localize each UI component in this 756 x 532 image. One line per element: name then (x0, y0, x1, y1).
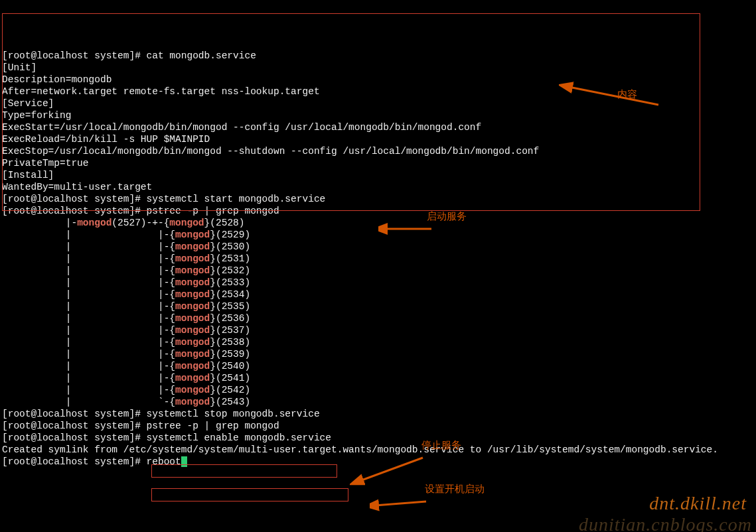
terminal-line: [Install] (2, 169, 754, 181)
terminal-line: | |-{mongod}(2534) (2, 289, 754, 300)
terminal-line: |-mongod(2527)-+-{mongod}(2528) (2, 217, 754, 229)
terminal-line: [root@localhost system]# pstree -p | gre… (2, 420, 754, 432)
terminal-line: | |-{mongod}(2535) (2, 300, 754, 312)
cursor (181, 456, 187, 467)
terminal-line: [root@localhost system]# systemctl stop … (2, 408, 754, 420)
terminal-line: | |-{mongod}(2529) (2, 229, 754, 241)
terminal-line: [root@localhost system]# systemctl enabl… (2, 432, 754, 444)
terminal-line: [root@localhost system]# cat mongodb.ser… (2, 50, 754, 62)
terminal-line: | |-{mongod}(2531) (2, 253, 754, 265)
watermark-cnblogs: dunitian.cnblogs.com (579, 519, 752, 531)
terminal-line: | |-{mongod}(2539) (2, 348, 754, 360)
terminal-line: | `-{mongod}(2543) (2, 396, 754, 408)
terminal-line: Description=mongodb (2, 74, 754, 86)
terminal-line: WantedBy=multi-user.target (2, 181, 754, 193)
terminal-output: [root@localhost system]# cat mongodb.ser… (2, 50, 754, 468)
terminal-line: ExecStart=/usr/local/mongodb/bin/mongod … (2, 121, 754, 133)
terminal-line: [root@localhost system]# reboot (2, 456, 754, 468)
arrow-enable: 设置开机启动 (358, 482, 502, 529)
terminal-line: [root@localhost system]# systemctl start… (2, 193, 754, 205)
terminal-line: PrivateTmp=true (2, 157, 754, 169)
terminal-line: ExecReload=/bin/kill -s HUP $MAINPID (2, 133, 754, 145)
terminal-line: | |-{mongod}(2533) (2, 277, 754, 289)
terminal-line: [root@localhost system]# pstree -p | gre… (2, 205, 754, 217)
terminal-line: | |-{mongod}(2537) (2, 324, 754, 336)
terminal-line: After=network.target remote-fs.target ns… (2, 86, 754, 98)
terminal-line: | |-{mongod}(2538) (2, 336, 754, 348)
terminal-line: ExecStop=/usr/local/mongodb/bin/mongod -… (2, 145, 754, 157)
terminal-line: Type=forking (2, 109, 754, 121)
terminal-line: | |-{mongod}(2542) (2, 384, 754, 396)
terminal-line: [Unit] (2, 62, 754, 74)
terminal-line: | |-{mongod}(2532) (2, 265, 754, 277)
terminal-line: | |-{mongod}(2541) (2, 372, 754, 384)
watermark-dkill: dnt.dkill.net (649, 498, 747, 509)
terminal-line: Created symlink from /etc/systemd/system… (2, 444, 754, 456)
terminal-line: | |-{mongod}(2536) (2, 312, 754, 324)
terminal-line: | |-{mongod}(2540) (2, 360, 754, 372)
svg-line-3 (375, 501, 426, 505)
box-enable (151, 488, 348, 501)
terminal-line: | |-{mongod}(2530) (2, 241, 754, 253)
terminal-line: [Service] (2, 98, 754, 109)
